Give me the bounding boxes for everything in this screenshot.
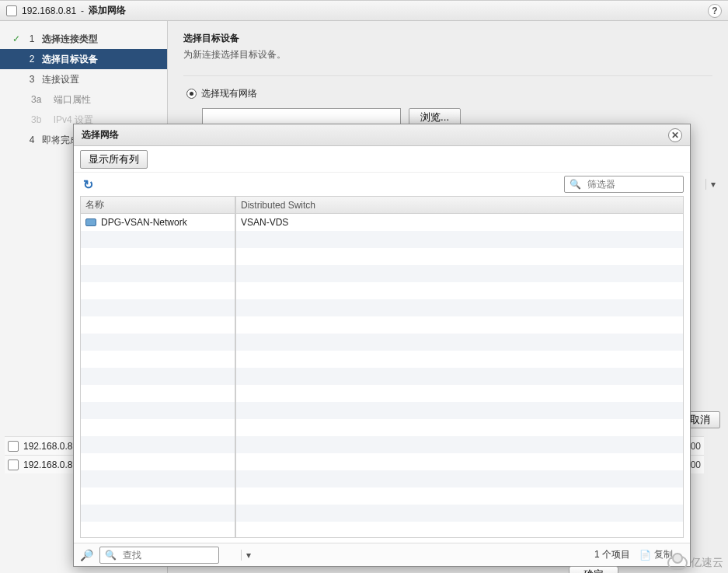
select-network-dialog: 选择网络 ✕ 显示所有列 ↻ 🔍 ▾ 名称 DPG-VSAN-Network D… xyxy=(73,124,691,567)
find-input[interactable] xyxy=(121,549,241,561)
nav-step-num: 3 xyxy=(26,74,37,85)
dialog-footer: 🔎 🔍 ▾ 1 个项目 📄 复制 ▾ xyxy=(74,543,690,566)
network-table: 名称 DPG-VSAN-Network Distributed Switch V… xyxy=(80,196,684,538)
nav-step-1[interactable]: ✓ 1 选择连接类型 xyxy=(0,29,167,49)
cell-ds: VSAN-VDS xyxy=(241,217,288,228)
binoculars-icon[interactable]: 🔎 xyxy=(80,549,93,561)
section-desc: 为新连接选择目标设备。 xyxy=(183,48,712,61)
table-row[interactable]: VSAN-VDS xyxy=(236,214,683,231)
filter-box[interactable]: 🔍 ▾ xyxy=(564,176,684,193)
nav-step-3[interactable]: 3 连接设置 xyxy=(0,69,167,89)
radio-icon xyxy=(186,89,197,99)
dialog-toolbar-2: ↻ 🔍 ▾ xyxy=(74,173,690,196)
nav-step-label: 选择目标设备 xyxy=(42,53,98,66)
host-icon xyxy=(8,459,19,470)
dialog-titlebar: 选择网络 ✕ xyxy=(74,124,690,146)
nav-sub-num: 3b xyxy=(31,114,41,125)
section-title: 选择目标设备 xyxy=(183,32,712,45)
column-header-ds[interactable]: Distributed Switch xyxy=(236,197,683,214)
radio-existing-network[interactable]: 选择现有网络 xyxy=(186,87,712,100)
nav-step-label: 选择连接类型 xyxy=(42,33,98,46)
item-count: 1 个项目 xyxy=(594,548,630,561)
search-icon: 🔍 xyxy=(100,550,121,561)
nav-step-label: 连接设置 xyxy=(42,73,79,86)
column-body: VSAN-VDS xyxy=(236,214,683,537)
watermark: 亿速云 xyxy=(667,556,723,570)
host-icon xyxy=(8,441,19,452)
column-body: DPG-VSAN-Network xyxy=(81,214,235,537)
dialog-toolbar: 显示所有列 xyxy=(74,146,690,173)
copy-icon: 📄 xyxy=(639,550,651,561)
radio-label: 选择现有网络 xyxy=(201,87,257,100)
window-sep: - xyxy=(81,5,84,16)
portgroup-icon xyxy=(85,218,96,226)
cell-name: DPG-VSAN-Network xyxy=(101,217,187,228)
host-name: 192.168.0.83 xyxy=(23,459,78,470)
watermark-text: 亿速云 xyxy=(691,556,723,570)
show-all-columns-button[interactable]: 显示所有列 xyxy=(80,150,148,169)
window-host: 192.168.0.81 xyxy=(22,5,76,16)
window-titlebar: 192.168.0.81 - 添加网络 ? xyxy=(0,1,728,21)
column-name: 名称 DPG-VSAN-Network xyxy=(81,197,236,537)
help-button[interactable]: ? xyxy=(708,4,722,18)
nav-sub-num: 3a xyxy=(31,94,41,105)
nav-step-num: 2 xyxy=(26,54,37,65)
nav-step-num: 1 xyxy=(26,33,37,44)
host-end: 00 xyxy=(691,441,701,452)
nav-step-num: 4 xyxy=(26,135,37,145)
window-title: 添加网络 xyxy=(89,4,126,17)
table-row[interactable]: DPG-VSAN-Network xyxy=(81,214,235,231)
dialog-title: 选择网络 xyxy=(82,128,119,142)
check-icon: ✓ xyxy=(11,33,22,44)
nav-step-2[interactable]: 2 选择目标设备 xyxy=(0,49,167,69)
cloud-icon xyxy=(667,556,688,570)
column-header-name[interactable]: 名称 xyxy=(81,197,235,214)
nav-sub-label: 端口属性 xyxy=(54,93,91,107)
close-icon: ✕ xyxy=(671,130,679,141)
dialog-ok-button[interactable]: 确定 xyxy=(569,566,618,573)
dialog-close-button[interactable]: ✕ xyxy=(668,128,682,142)
nav-step-3a[interactable]: 3a 端口属性 xyxy=(0,89,167,110)
column-ds: Distributed Switch VSAN-VDS xyxy=(236,197,683,537)
host-name: 192.168.0.82 xyxy=(23,441,78,452)
refresh-icon[interactable]: ↻ xyxy=(80,177,96,192)
host-icon xyxy=(6,5,17,16)
filter-input[interactable] xyxy=(586,178,705,190)
find-box[interactable]: 🔍 ▾ xyxy=(99,547,219,564)
chevron-down-icon[interactable]: ▾ xyxy=(705,179,720,190)
divider xyxy=(183,75,712,76)
host-end: 00 xyxy=(691,459,701,470)
search-icon: 🔍 xyxy=(565,179,586,190)
help-icon: ? xyxy=(712,5,717,16)
chevron-down-icon[interactable]: ▾ xyxy=(241,550,256,561)
